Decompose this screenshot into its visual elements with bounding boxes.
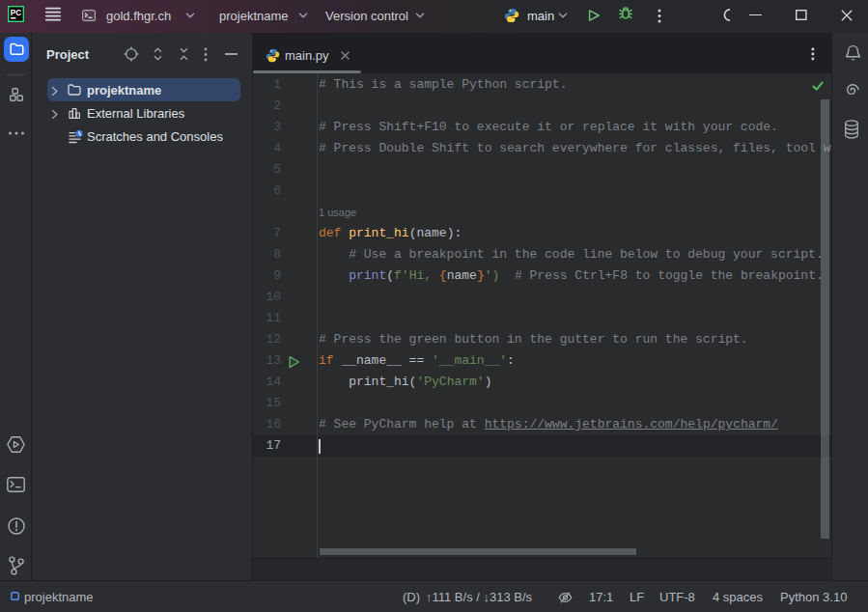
svg-text:PC: PC bbox=[11, 9, 21, 17]
